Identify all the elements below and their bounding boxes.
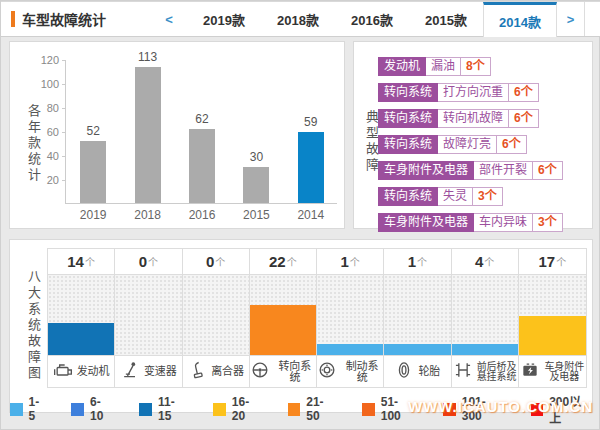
page-title: 车型故障统计 (1, 2, 151, 36)
system-fault-bar (48, 323, 114, 355)
system-icon-label[interactable]: 离合器 (183, 355, 249, 387)
transmission-icon (120, 360, 140, 384)
tab-model-year-1[interactable]: 2018款 (261, 2, 335, 36)
y-axis-tick-label: 60 (29, 126, 59, 138)
system-label: 轮胎 (418, 366, 440, 377)
yearly-bar (189, 129, 215, 203)
fault-system-badge: 转向系统 (378, 187, 438, 206)
system-bar-cell (519, 275, 586, 355)
brake-icon (317, 360, 337, 384)
legend-label: 6-10 (90, 395, 113, 423)
steering-icon (250, 360, 270, 384)
system-fault-count-number: 1 (408, 253, 416, 270)
tab-model-year-4[interactable]: 2014款 (483, 2, 557, 37)
system-label: 车身附件及电器 (544, 362, 584, 382)
yearly-bar-value: 52 (66, 124, 120, 138)
system-fault-count: 0个 (183, 249, 249, 275)
systems-chart-side-label: 八大系统故障图 (24, 270, 43, 382)
system-column-7: 17个车身附件及电器 (519, 249, 586, 387)
systems-fault-chart: 14个发动机0个变速器0个离合器22个转向系统1个制动系统1个轮胎4个前后桥及悬… (47, 248, 587, 388)
typical-fault-item[interactable]: 转向系统打方向沉重6个 (378, 83, 539, 102)
system-icon-label[interactable]: 变速器 (115, 355, 181, 387)
legend-swatch (362, 403, 375, 416)
yearly-chart-side-label: 各年款统计 (24, 104, 43, 184)
system-column-1: 0个变速器 (115, 249, 182, 387)
system-bar-cell (384, 275, 450, 355)
legend-swatch (71, 403, 84, 416)
system-column-5: 1个轮胎 (384, 249, 451, 387)
yearly-stats-panel: 各年款统计 2040608010012052201911320186220163… (9, 41, 345, 229)
yearly-bar-category: 2016 (175, 208, 229, 222)
title-accent-bar (11, 11, 15, 27)
system-fault-bar (250, 305, 316, 355)
axle-suspension-icon (453, 360, 473, 384)
fault-description: 部件开裂 (474, 161, 533, 180)
tab-model-year-0[interactable]: 2019款 (187, 2, 261, 36)
system-icon-label[interactable]: 制动系统 (317, 355, 383, 387)
system-fault-count-number: 1 (340, 253, 348, 270)
system-bar-cell (250, 275, 316, 355)
fault-count: 6个 (509, 109, 539, 128)
systems-fault-panel: 八大系统故障图 14个发动机0个变速器0个离合器22个转向系统1个制动系统1个轮… (9, 239, 593, 413)
system-fault-count: 4个 (452, 249, 518, 275)
tab-model-year-2[interactable]: 2016款 (335, 2, 409, 36)
yearly-bar-category: 2018 (120, 208, 174, 222)
system-fault-count-unit: 个 (215, 254, 225, 269)
system-bar-cell (452, 275, 518, 355)
fault-system-badge: 转向系统 (378, 135, 438, 154)
system-label: 前后桥及悬挂系统 (477, 362, 517, 382)
system-icon-label[interactable]: 前后桥及悬挂系统 (452, 355, 518, 387)
typical-fault-item[interactable]: 车身附件及电器车内异味3个 (378, 213, 563, 232)
legend-item-16-20: 16-20 (213, 392, 261, 426)
y-axis-tick-label: 80 (29, 102, 59, 114)
system-fault-count-number: 17 (539, 253, 556, 270)
legend-label: 16-20 (232, 395, 262, 423)
typical-faults-panel: 典型故障 发动机漏油8个转向系统打方向沉重6个转向系统转向机故障6个转向系统故障… (353, 41, 593, 229)
system-label: 变速器 (144, 366, 177, 377)
system-column-6: 4个前后桥及悬挂系统 (452, 249, 519, 387)
system-icon-label[interactable]: 转向系统 (250, 355, 316, 387)
system-label: 转向系统 (274, 361, 316, 383)
fault-description: 车内异味 (474, 213, 533, 232)
legend-swatch (139, 403, 152, 416)
tire-icon (394, 360, 414, 384)
fault-count: 6个 (497, 135, 527, 154)
system-fault-bar (519, 316, 586, 355)
legend-item-6-10: 6-10 (71, 392, 113, 426)
fault-system-badge: 转向系统 (378, 109, 438, 128)
fault-description: 打方向沉重 (438, 83, 509, 102)
system-icon-label[interactable]: 轮胎 (384, 355, 450, 387)
next-arrow[interactable]: > (557, 2, 585, 36)
yearly-bar-slot: 1132018 (120, 60, 174, 203)
system-fault-count-number: 0 (139, 253, 147, 270)
fault-count: 3个 (473, 187, 503, 206)
fault-count: 6个 (509, 83, 539, 102)
y-axis-tick-label: 40 (29, 150, 59, 162)
typical-fault-item[interactable]: 发动机漏油8个 (378, 57, 491, 76)
clutch-icon (187, 360, 207, 384)
typical-fault-item[interactable]: 转向系统失灵3个 (378, 187, 503, 206)
system-fault-bar (317, 344, 383, 355)
fault-count: 8个 (461, 57, 491, 76)
system-fault-count-number: 4 (475, 253, 483, 270)
system-column-0: 14个发动机 (48, 249, 115, 387)
prev-arrow[interactable]: < (151, 2, 187, 36)
system-label: 发动机 (77, 366, 110, 377)
legend-label: 1-5 (29, 395, 46, 423)
system-icon-label[interactable]: 发动机 (48, 355, 114, 387)
system-label: 离合器 (211, 366, 244, 377)
system-label: 制动系统 (341, 361, 383, 383)
y-axis-tick-label: 100 (29, 78, 59, 90)
typical-fault-item[interactable]: 车身附件及电器部件开裂6个 (378, 161, 563, 180)
fault-description: 漏油 (426, 57, 461, 76)
system-icon-label[interactable]: 车身附件及电器 (519, 355, 586, 387)
system-fault-bar (384, 344, 450, 355)
yearly-bar-value: 30 (229, 150, 283, 164)
fault-description: 故障灯亮 (438, 135, 497, 154)
typical-fault-item[interactable]: 转向系统转向机故障6个 (378, 109, 539, 128)
model-year-tabs: 2019款2018款2016款2015款2014款 (187, 2, 557, 36)
legend-label: 11-15 (158, 395, 187, 423)
system-fault-count-unit: 个 (556, 254, 566, 269)
typical-fault-item[interactable]: 转向系统故障灯亮6个 (378, 135, 527, 154)
tab-model-year-3[interactable]: 2015款 (409, 2, 483, 36)
